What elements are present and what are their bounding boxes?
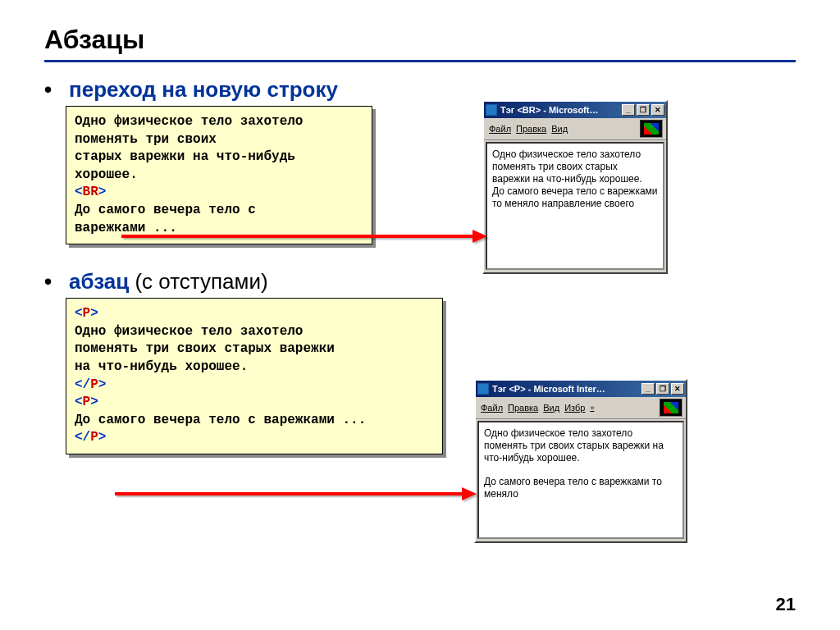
maximize-button[interactable]: ❐ — [637, 104, 650, 116]
menu-edit[interactable]: Правка — [506, 403, 540, 413]
page-number: 21 — [776, 594, 796, 615]
window-title: Тэг <BR> - Microsoft… — [500, 105, 622, 115]
arrow-br — [121, 235, 474, 238]
rendered-text-br: Одно физическое тело захотело поменять т… — [492, 148, 658, 210]
code-box-p-shadow: <P> Одно физическое тело захотело поменя… — [69, 301, 446, 458]
ie-logo — [660, 399, 682, 417]
menu-edit[interactable]: Правка — [514, 124, 548, 134]
rendered-paragraph-2: До самого вечера тело с варежками то мен… — [484, 476, 678, 500]
close-button[interactable]: ✕ — [651, 104, 664, 116]
menu-view[interactable]: Вид — [541, 403, 561, 413]
minimize-button[interactable]: _ — [622, 104, 635, 116]
titlebar: Тэг <BR> - Microsoft… _ ❐ ✕ — [484, 102, 666, 118]
browser-window-br: Тэг <BR> - Microsoft… _ ❐ ✕ Файл Правка … — [482, 100, 668, 274]
browser-window-p: Тэг <P> - Microsoft Inter… _ ❐ ✕ Файл Пр… — [474, 379, 687, 543]
arrow-p — [115, 492, 463, 495]
menu-view[interactable]: Вид — [550, 124, 569, 134]
menubar: Файл Правка Вид — [484, 118, 666, 140]
menu-favorites[interactable]: Избр — [563, 403, 587, 413]
bullet-newline: • переход на новую строку — [44, 77, 796, 103]
rendered-paragraph-1: Одно физическое тело захотело поменять т… — [484, 427, 678, 464]
menu-file[interactable]: Файл — [479, 403, 504, 413]
minimize-button[interactable]: _ — [641, 383, 655, 395]
ie-icon — [486, 104, 497, 116]
code-box-p: <P> Одно физическое тело захотело поменя… — [66, 298, 443, 454]
browser-content: Одно физическое тело захотело поменять т… — [477, 421, 684, 539]
bullet-newline-label: переход на новую строку — [69, 77, 338, 103]
window-title: Тэг <P> - Microsoft Inter… — [492, 384, 641, 394]
code-box-br-shadow: Одно физическое тело захотело поменять т… — [69, 109, 376, 248]
menu-file[interactable]: Файл — [487, 124, 513, 134]
ie-logo — [640, 120, 663, 138]
ie-icon — [477, 383, 489, 395]
bullet-dot: • — [44, 79, 69, 100]
menubar: Файл Правка Вид Избр » — [476, 397, 686, 419]
bullet-paragraph-plain: (с отступами) — [129, 269, 267, 294]
browser-content: Одно физическое тело захотело поменять т… — [486, 142, 664, 270]
title-underline — [44, 60, 796, 62]
code-box-br: Одно физическое тело захотело поменять т… — [66, 106, 372, 244]
bullet-dot: • — [44, 271, 69, 292]
bullet-paragraph: • абзац (с отступами) — [44, 269, 796, 294]
close-button[interactable]: ✕ — [671, 383, 684, 395]
page-title: Абзацы — [44, 25, 796, 55]
bullet-paragraph-label: абзац — [69, 269, 129, 294]
maximize-button[interactable]: ❐ — [656, 383, 669, 395]
menu-overflow-chevron[interactable]: » — [588, 404, 596, 412]
titlebar: Тэг <P> - Microsoft Inter… _ ❐ ✕ — [476, 381, 686, 397]
